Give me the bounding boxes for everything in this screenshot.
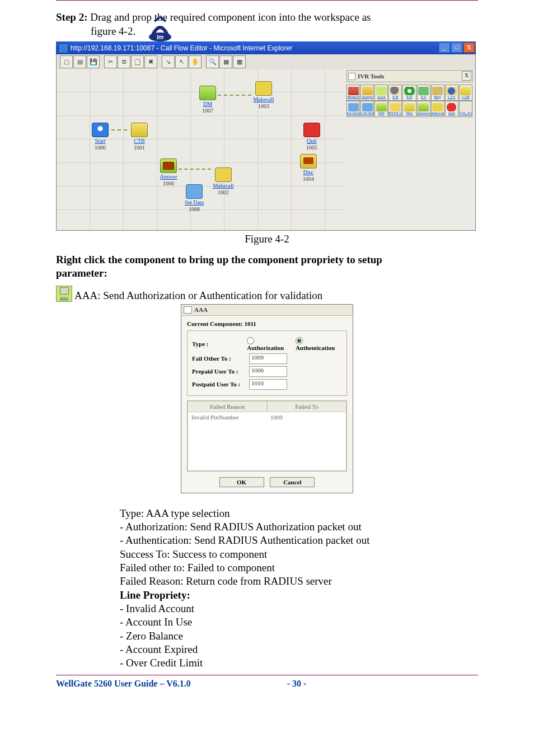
block-ctb[interactable]: CTB 1001 xyxy=(127,123,152,151)
aaa-field-description: Type: AAA type selection - Authorization… xyxy=(120,507,478,670)
palette-p-s-button[interactable]: P S xyxy=(417,85,430,101)
p-b-icon xyxy=(390,87,401,95)
palette-branch-button[interactable]: Branch xyxy=(346,85,360,101)
branch-icon xyxy=(348,87,359,95)
toolbar-link-button[interactable]: ↘ xyxy=(162,55,175,68)
step-text: Drag and prop the required component ico… xyxy=(87,11,371,23)
current-component-label: Current Component: 1011 xyxy=(187,320,347,327)
fail-other-input[interactable]: 1009 xyxy=(249,353,287,364)
rightclick-heading: Right click the component to bring up th… xyxy=(56,253,478,280)
type-group: Type : Authorization Authentication Fail… xyxy=(187,330,347,396)
ie-title-text: http://192.168.19.171:10087 - Call Flow … xyxy=(71,44,292,52)
th-failed-reason[interactable]: Failed Reason xyxy=(188,401,267,412)
answer-icon xyxy=(418,103,429,111)
toolbar-delete-button[interactable]: ✖ xyxy=(144,55,157,68)
postpaid-input[interactable]: 1010 xyxy=(249,379,287,390)
figure-caption: Figure 4-2 xyxy=(56,233,478,245)
toolbar-paste-button[interactable]: 📋 xyxy=(131,55,144,68)
aaa-icon xyxy=(376,87,387,95)
block-start[interactable]: Start 1000 xyxy=(88,123,113,151)
palette-http-button[interactable]: Http xyxy=(431,85,444,101)
workspace-canvas[interactable]: Start 1000 CTB 1001 DM 1007 Makecall 100… xyxy=(57,69,344,230)
brand-logo-icon: tm xyxy=(147,17,174,44)
p-r-icon xyxy=(404,87,415,95)
block-disc[interactable]: Disc 1004 xyxy=(296,154,321,182)
editor-body: ▢ ▤ 💾 ✂ ⧉ 📋 ✖ ↘ ↖ ✋ 🔍 ▦ ▩ xyxy=(56,54,476,231)
connector xyxy=(111,129,127,130)
palette-p-r-button[interactable]: P R xyxy=(402,85,416,101)
block-answer[interactable]: Answer 1006 xyxy=(156,158,181,186)
svg-text:tm: tm xyxy=(157,34,163,40)
dialog-titlebar[interactable]: AAA xyxy=(181,305,353,316)
th-failed-to[interactable]: Failed To xyxy=(267,401,346,412)
dialog-icon xyxy=(184,306,192,314)
table-row[interactable]: Invalid PinNumber 1009 xyxy=(188,412,346,422)
aaa-description-row: AAA AAA: Send Authorization or Authentic… xyxy=(56,286,478,302)
answer-icon xyxy=(160,158,177,173)
block-makecall-1003[interactable]: Makecall 1003 xyxy=(251,81,276,109)
palette-aaa-button[interactable]: AAA xyxy=(374,85,388,101)
pstn-l-icon xyxy=(390,103,401,111)
ok-button[interactable]: OK xyxy=(219,477,264,487)
block-quit[interactable]: Quit 1005 xyxy=(299,123,324,151)
connector xyxy=(179,169,211,170)
type-label: Type : xyxy=(192,340,247,347)
palette-dm-button[interactable]: DM xyxy=(374,101,388,117)
cancel-button[interactable]: Cancel xyxy=(270,477,315,487)
ctv-icon xyxy=(446,87,457,95)
cell-reason: Invalid PinNumber xyxy=(188,412,267,422)
ctb-icon xyxy=(131,123,148,137)
palette-assign-button[interactable]: Assign xyxy=(360,85,374,101)
palette-answer-button[interactable]: Answer xyxy=(417,101,430,117)
toolbar-save-button[interactable]: 💾 xyxy=(87,55,100,68)
authorization-radio[interactable]: Authorization xyxy=(247,337,291,351)
toolbar-select-button[interactable]: ↖ xyxy=(175,55,188,68)
prepaid-label: Prepaid User To : xyxy=(192,368,249,375)
toolbar-zoom-button[interactable]: 🔍 xyxy=(206,55,219,68)
window-maximize-button[interactable]: □ xyxy=(451,43,462,53)
palette-p-b-button[interactable]: P B xyxy=(388,85,402,101)
stop-icon xyxy=(303,123,320,137)
dm-icon xyxy=(376,103,387,111)
palette-close-button[interactable]: X xyxy=(462,71,471,81)
step-heading: Step 2: Drag and prop the required compo… xyxy=(56,11,478,25)
authentication-radio[interactable]: Authentication xyxy=(296,337,342,351)
palette-call-ret-button[interactable]: Call Ret xyxy=(360,101,374,117)
toolbar-open-button[interactable]: ▤ xyxy=(73,55,86,68)
window-close-button[interactable]: X xyxy=(463,43,475,53)
block-dm[interactable]: DM 1007 xyxy=(195,86,220,114)
p-s-icon xyxy=(418,87,429,95)
step-label: Step 2: xyxy=(56,11,87,23)
palette-title[interactable]: IVR Tools X xyxy=(346,70,473,82)
page-footer: WellGate 5260 User Guide – V6.1.0 - 30 - xyxy=(56,679,478,689)
table-body[interactable]: Invalid PinNumber 1009 xyxy=(188,412,346,471)
setdata-icon xyxy=(186,184,203,199)
block-setdata[interactable]: Set Data 1008 xyxy=(182,184,207,212)
toolbar-copy-button[interactable]: ⧉ xyxy=(118,55,130,68)
palette-quit-button[interactable]: Quit xyxy=(445,101,458,117)
palette-ctv-button[interactable]: CTV xyxy=(445,85,458,101)
toolbar-hand-button[interactable]: ✋ xyxy=(189,55,202,68)
palette-makecall-button[interactable]: Makecall xyxy=(431,101,444,117)
footer-pagenum: - 30 - xyxy=(287,679,307,689)
toolbar-cut-button[interactable]: ✂ xyxy=(104,55,117,68)
aaa-dialog: AAA Current Component: 1011 Type : Autho… xyxy=(181,304,353,493)
palette-set-data-button[interactable]: Set Data xyxy=(346,101,360,117)
ctb-icon xyxy=(460,87,471,95)
palette-2743_n-r-button[interactable]: 2743_N R xyxy=(459,101,472,117)
palette-ctb-button[interactable]: CTB xyxy=(459,85,472,101)
palette-disc-button[interactable]: Disc xyxy=(402,101,416,117)
quit-icon xyxy=(446,103,457,111)
prepaid-input[interactable]: 1006 xyxy=(249,366,287,377)
disc-icon xyxy=(300,154,317,169)
toolbar-new-button[interactable]: ▢ xyxy=(60,55,73,68)
editor-toolbar: ▢ ▤ 💾 ✂ ⧉ 📋 ✖ ↘ ↖ ✋ 🔍 ▦ ▩ xyxy=(57,54,475,69)
toolbar-grid-button[interactable]: ▦ xyxy=(219,55,232,68)
window-minimize-button[interactable]: _ xyxy=(439,43,450,53)
call-ret-icon xyxy=(362,103,373,111)
makecall-icon xyxy=(432,103,443,111)
palette-pstn-l-button[interactable]: PSTN L xyxy=(388,101,402,117)
toolbar-snap-button[interactable]: ▩ xyxy=(233,55,246,68)
block-makecall-1002[interactable]: Makecall 1002 xyxy=(211,167,236,195)
aaa-description-text: AAA: Send Authorization or Authenticatio… xyxy=(74,290,322,302)
